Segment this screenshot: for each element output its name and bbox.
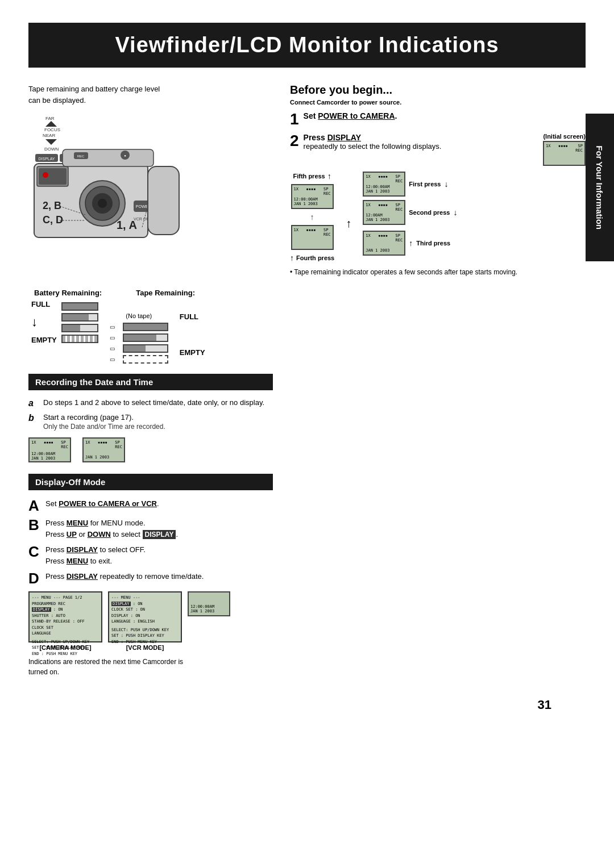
camera-mode-screen: --- MENU --- PAGE 1/2 PROGRAMMED REC DIS…: [28, 591, 102, 642]
tape-remaining-label: Tape Remaining:: [136, 289, 195, 297]
camcorder-diagram: FAR FOCUS NEAR DOWN DISPLAY MENU: [28, 112, 267, 283]
second-press-arrow: ↓: [453, 208, 457, 217]
vcr-mode-screen: --- MENU --- DISPLAY : ON CLOCK SET : ON…: [108, 591, 182, 642]
battery-remaining-label: Battery Remaining:: [34, 289, 102, 297]
fifth-press-label: Fifth press: [293, 173, 325, 180]
step-D-row: D Press DISPLAY repeatedly to remove tim…: [28, 571, 273, 586]
no-tape-label: (No tape): [110, 312, 168, 319]
tape-bar-2: [123, 333, 168, 342]
first-press-arrow: ↓: [444, 180, 448, 189]
right-sequence: 1X ▪▪▪▪ SPREC 12:00:00AMJAN 1 2003 First…: [363, 172, 457, 256]
step-2-num: 2: [290, 133, 299, 149]
svg-text:2, B: 2, B: [43, 200, 61, 211]
second-press-label: Second press: [409, 209, 450, 216]
menu-screens: --- MENU --- PAGE 1/2 PROGRAMMED REC DIS…: [28, 591, 273, 651]
page-number: 31: [28, 698, 586, 712]
recording-screens: 1X ▪▪▪▪ SPREC 12:00:00AMJAN 1 2003 1X ▪▪…: [28, 437, 273, 462]
svg-point-26: [43, 172, 48, 178]
svg-rect-25: [148, 166, 179, 235]
left-column: Tape remaining and battery charge level …: [28, 84, 273, 686]
step-1-row: 1 Set POWER to CAMERA.: [290, 111, 586, 127]
tape-bar-1: [123, 323, 168, 331]
fourth-press-arrow: ↑: [290, 253, 294, 262]
display-off-section: Display-Off Mode A Set POWER to CAMERA o…: [28, 474, 273, 677]
step-1-num: 1: [290, 111, 299, 127]
svg-text:●: ●: [124, 154, 126, 157]
press-sequence-diagram: Fifth press ↑ 1X ▪▪▪▪ SPREC 12:00:00AMJA…: [290, 172, 586, 277]
page-title: Viewfinder/LCD Monitor Indications: [40, 33, 574, 57]
svg-text:NEAR: NEAR: [43, 133, 55, 138]
third-press-arrow: ↑: [409, 239, 413, 248]
svg-text:REC: REC: [77, 155, 85, 158]
before-begin-section: Before you begin... Connect Camcorder to…: [290, 84, 586, 277]
svg-marker-0: [45, 121, 57, 127]
clock-screen: 12:00:00AMJAN 1 2003: [188, 591, 230, 616]
bottom-text: Indications are restored the next time C…: [28, 657, 273, 677]
fourth-press-screen: 1X ▪▪▪▪ SPREC: [291, 225, 334, 250]
svg-rect-12: [39, 168, 67, 185]
second-press-screen: 1X ▪▪▪▪ SPREC 12:00AMJAN 1 2003: [363, 200, 405, 225]
step-a-letter: a: [28, 398, 39, 408]
step-B-main: Press MENU for MENU mode.: [45, 518, 178, 529]
battery-empty-label: EMPTY: [31, 336, 57, 344]
first-press-screen: 1X ▪▪▪▪ SPREC 12:00:00AMJAN 1 2003: [363, 172, 405, 197]
step-B-letter: B: [28, 518, 41, 532]
battery-tape-section: Battery Remaining: Tape Remaining: FULL …: [28, 289, 273, 364]
svg-point-16: [98, 199, 107, 208]
battery-bar-3: [61, 324, 98, 332]
first-press-label: First press: [409, 181, 441, 187]
svg-text:DISPLAY: DISPLAY: [38, 157, 55, 161]
tape-icon-4: ▭: [110, 356, 120, 362]
down-arrow-battery: ↓: [31, 315, 57, 329]
initial-screen-label: (Initial screen): [543, 133, 586, 140]
side-tab: For Your Information: [586, 114, 614, 261]
tape-note: • Tape remaining indicator operates a fe…: [290, 267, 586, 277]
svg-text:FOCUS: FOCUS: [44, 127, 60, 132]
step-C-sub: Press MENU to exit.: [45, 556, 146, 567]
tape-icon-2: ▭: [110, 335, 120, 341]
tape-icon-1: ▭: [110, 324, 120, 330]
left-sequence: Fifth press ↑ 1X ▪▪▪▪ SPREC 12:00:00AMJA…: [290, 172, 334, 262]
step-D-text: Press DISPLAY repeatedly to remove time/…: [45, 571, 204, 582]
tape-note-text: • Tape remaining indicator operates a fe…: [290, 267, 517, 277]
fifth-press-arrow: ↑: [327, 172, 331, 181]
fourth-press-label: Fourth press: [296, 254, 334, 261]
step-2-main: Press DISPLAY: [304, 133, 534, 142]
rec-screen-2: 1X ▪▪▪▪ SPREC JAN 1 2003: [82, 437, 125, 462]
third-press-screen: 1X ▪▪▪▪ SPREC JAN 1 2003: [363, 231, 405, 256]
svg-text:C, D: C, D: [43, 214, 63, 226]
step-A-letter: A: [28, 498, 41, 513]
svg-text:DOWN: DOWN: [44, 147, 59, 152]
fifth-press-screen: 1X ▪▪▪▪ SPREC 12:00:00AMJAN 1 2003: [291, 184, 334, 209]
connect-text: Connect Camcorder to power source.: [290, 99, 586, 106]
tape-full-label: FULL: [180, 312, 205, 321]
step-C-main: Press DISPLAY to select OFF.: [45, 544, 146, 556]
step-C-row: C Press DISPLAY to select OFF. Press MEN…: [28, 544, 273, 566]
tape-icon-3: ▭: [110, 345, 120, 352]
step-B-sub: Press UP or DOWN to select DISPLAY.: [45, 529, 178, 540]
tape-empty-label: EMPTY: [180, 348, 205, 357]
step-D-letter: D: [28, 571, 41, 586]
step-b-letter: b: [28, 413, 39, 423]
battery-bar-4: [61, 335, 98, 343]
main-content: Tape remaining and battery charge level …: [28, 84, 586, 686]
svg-marker-4: [45, 139, 57, 145]
tape-bar-4: [123, 355, 168, 364]
center-arrow: ↑: [346, 217, 351, 230]
recording-section: Recording the Date and Time a Do steps 1…: [28, 374, 273, 462]
tape-bar-3: [123, 344, 168, 353]
recording-section-header: Recording the Date and Time: [28, 374, 273, 390]
svg-text:FAR: FAR: [45, 116, 55, 121]
step-2-row: 2 Press DISPLAY repeatedly to select the…: [290, 133, 586, 166]
step-A-text: Set POWER to CAMERA or VCR.: [45, 498, 159, 510]
up-arrow-1: ↑: [310, 212, 314, 222]
vcr-mode-label: [VCR MODE]: [108, 644, 182, 651]
step-2-sub: repeatedly to select the following displ…: [304, 142, 534, 151]
battery-full-label: FULL: [31, 300, 57, 308]
step-1-text: Set POWER to CAMERA.: [304, 111, 397, 120]
before-begin-title: Before you begin...: [290, 84, 586, 97]
page-container: Viewfinder/LCD Monitor Indications Tape …: [0, 0, 614, 868]
tape-battery-description: Tape remaining and battery charge level …: [28, 84, 273, 106]
battery-bar-1: [61, 302, 98, 311]
step-A-row: A Set POWER to CAMERA or VCR.: [28, 498, 273, 513]
